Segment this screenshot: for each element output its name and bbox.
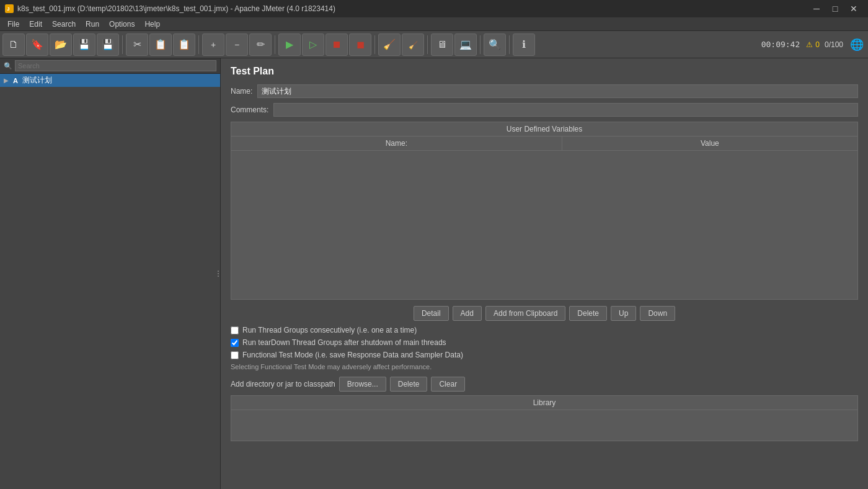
remote2-icon <box>459 38 472 50</box>
stop2-icon <box>356 38 365 50</box>
library-body <box>231 410 858 441</box>
name-row: Name: <box>231 84 858 98</box>
tree-item-icon-a: A <box>11 76 20 85</box>
menu-help[interactable]: Help <box>140 19 165 30</box>
stop-now-button[interactable] <box>349 34 371 56</box>
menu-bar: File Edit Search Run Options Help <box>0 17 868 31</box>
resize-dot-2 <box>218 273 219 274</box>
edit-icon <box>257 38 265 50</box>
stop-icon <box>332 39 342 50</box>
comments-label: Comments: <box>231 105 268 114</box>
clear-all-button[interactable] <box>402 34 424 56</box>
search-bar: 🔍 <box>0 58 220 74</box>
run-no-pause-button[interactable] <box>302 34 324 56</box>
search-input[interactable] <box>15 60 216 71</box>
toolbar-separator-2 <box>198 35 199 54</box>
title-bar-left: J k8s_test_001.jmx (D:\temp\201802\13\jm… <box>5 4 335 13</box>
comments-input[interactable] <box>273 103 858 117</box>
name-input[interactable] <box>257 84 858 98</box>
add-button[interactable]: Add <box>453 306 482 321</box>
warn-icon: ⚠ <box>806 40 813 49</box>
paste-icon <box>178 38 190 50</box>
paste-button[interactable] <box>173 34 195 56</box>
down-button[interactable]: Down <box>640 306 675 321</box>
maximize-button[interactable]: □ <box>826 0 844 17</box>
warning-badge: ⚠ 0 <box>806 40 820 49</box>
svg-text:J: J <box>7 6 9 12</box>
timer-value: 00:09:42 <box>761 40 800 49</box>
info-icon <box>522 38 526 50</box>
resize-dot-1 <box>218 271 219 272</box>
classpath-section: Add directory or jar to classpath Browse… <box>231 377 858 392</box>
toolbar: 💾 + − <box>0 31 868 58</box>
cut-button[interactable] <box>126 34 148 56</box>
variable-buttons-row: Detail Add Add from Clipboard Delete Up … <box>231 306 858 321</box>
udv-section: User Defined Variables Name: Value <box>231 122 858 300</box>
warning-count: 0 <box>815 40 820 49</box>
udv-table: Name: Value <box>231 136 858 151</box>
play-start-icon <box>309 38 317 50</box>
detail-button[interactable]: Detail <box>414 306 449 321</box>
expand-arrow: ▶ <box>4 77 9 84</box>
checkbox-row-1: Run Thread Groups consecutively (i.e. on… <box>231 326 858 334</box>
delete-classpath-button[interactable]: Delete <box>390 377 428 392</box>
play-icon <box>286 38 293 50</box>
new-button[interactable] <box>2 34 25 56</box>
toolbar-separator-1 <box>122 35 123 54</box>
help-button[interactable] <box>513 34 535 56</box>
remote-stop-button[interactable] <box>454 34 477 56</box>
close-button[interactable]: ✕ <box>844 0 863 17</box>
menu-edit[interactable]: Edit <box>24 19 47 30</box>
up-button[interactable]: Up <box>611 306 636 321</box>
globe-icon <box>850 38 864 52</box>
title-bar: J k8s_test_001.jmx (D:\temp\201802\13\jm… <box>0 0 868 17</box>
window-controls: ─ □ ✕ <box>807 0 863 17</box>
comments-row: Comments: <box>231 103 858 117</box>
checkbox-row-2: Run tearDown Thread Groups after shutdow… <box>231 338 858 347</box>
browse-button[interactable]: Browse... <box>339 377 386 392</box>
delete-variable-button[interactable]: Delete <box>569 306 607 321</box>
globe-button[interactable] <box>848 36 866 53</box>
collapse-button[interactable]: − <box>226 34 248 56</box>
panel-title: Test Plan <box>231 66 858 77</box>
menu-run[interactable]: Run <box>81 19 104 30</box>
functional-test-mode-checkbox[interactable] <box>231 351 239 359</box>
stop-button[interactable] <box>326 34 348 56</box>
cut-icon <box>133 38 141 50</box>
menu-search[interactable]: Search <box>47 19 81 30</box>
add-from-clipboard-button[interactable]: Add from Clipboard <box>485 306 565 321</box>
resize-dot-3 <box>218 276 219 277</box>
broom-icon <box>383 38 396 50</box>
template-button[interactable] <box>26 34 48 56</box>
timer-display: 00:09:42 <box>761 40 805 49</box>
open-button[interactable] <box>50 34 72 56</box>
magnify-icon <box>489 38 501 50</box>
save-as-button[interactable]: 💾 <box>97 34 119 56</box>
expand-icon: + <box>211 40 216 50</box>
menu-file[interactable]: File <box>2 19 24 30</box>
copy-button[interactable] <box>149 34 172 56</box>
search-tool-button[interactable] <box>484 34 506 56</box>
save-button[interactable] <box>73 34 95 56</box>
expand-button[interactable]: + <box>202 34 224 56</box>
save-as-icon: 💾 <box>102 38 114 50</box>
run-button[interactable] <box>278 34 301 56</box>
menu-options[interactable]: Options <box>104 19 140 30</box>
tree-item-test-plan[interactable]: ▶ A 测试计划 <box>0 74 220 87</box>
edit-button[interactable] <box>249 34 272 56</box>
clear-button[interactable] <box>378 34 401 56</box>
clear-classpath-button[interactable]: Clear <box>431 377 465 392</box>
udv-col-name: Name: <box>231 137 562 151</box>
classpath-row: Add directory or jar to classpath Browse… <box>231 377 858 392</box>
minimize-button[interactable]: ─ <box>807 0 826 17</box>
template-icon <box>31 38 43 50</box>
resize-handle[interactable] <box>216 261 220 286</box>
run-consecutively-checkbox[interactable] <box>231 326 239 334</box>
search-icon: 🔍 <box>4 62 12 70</box>
library-header: Library <box>231 395 858 410</box>
remote-start-button[interactable] <box>431 34 453 56</box>
run-teardown-checkbox[interactable] <box>231 339 239 347</box>
left-panel: 🔍 ▶ A 测试计划 <box>0 58 221 489</box>
new-icon <box>9 39 19 50</box>
udv-header: User Defined Variables <box>231 122 858 136</box>
